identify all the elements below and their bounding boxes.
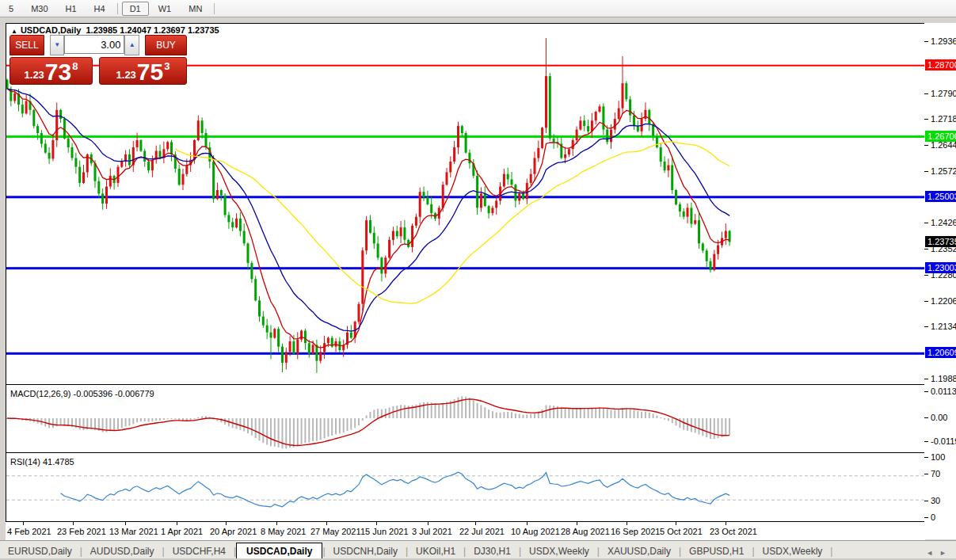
rsi-label: RSI(14) 41.4785	[10, 457, 74, 467]
macd-label: MACD(12,26,9) -0.005396 -0.006779	[10, 389, 154, 398]
chart-tab-usdx-weekly[interactable]: USDX,Weekly	[521, 543, 597, 559]
chart-tab-usdchf-h4[interactable]: USDCHF,H4	[165, 543, 234, 559]
axis-tick-mark	[924, 379, 928, 379]
price-tick-label: 1.29360	[931, 36, 956, 46]
symbol-name: USDCAD,Daily	[21, 25, 81, 35]
date-label: 10 Aug 2021	[511, 527, 560, 536]
date-tick-mark	[326, 522, 327, 525]
date-tick-mark	[376, 522, 377, 525]
date-label: 16 Sep 2021	[611, 527, 660, 536]
date-tick-mark	[428, 522, 428, 525]
date-label: 3 Jul 2021	[412, 527, 452, 536]
price-tick-label: 1.25720	[931, 166, 956, 176]
level-price-badge: 1.26700	[925, 131, 956, 142]
sell-price-main: 73	[45, 61, 71, 83]
chart-tab-ukoil-h1[interactable]: UKOil,H1	[408, 543, 463, 559]
price-tick-label: 1.19880	[931, 374, 956, 383]
price-tick-label: 1.26440	[931, 140, 956, 150]
indicator-tick-label: 30	[931, 496, 940, 505]
chart-tab-audusd-daily[interactable]: AUDUSD,Daily	[82, 543, 162, 559]
price-tick-label: 1.22060	[931, 296, 956, 306]
chart-tab-dj30-h1[interactable]: DJ30,H1	[466, 543, 519, 559]
level-price-badge: 1.20609	[925, 347, 956, 358]
date-tick-mark	[73, 522, 74, 525]
timeframe-button-h4[interactable]: H4	[86, 2, 113, 16]
timeframe-button-w1[interactable]: W1	[150, 2, 180, 16]
indicator-tick-label: 0.01135	[931, 387, 956, 396]
tab-scroll-arrows: ◄►	[926, 549, 953, 557]
tab-scroll-left-icon[interactable]: ◄	[926, 549, 939, 557]
date-tick-mark	[125, 522, 126, 525]
chart-tab-eurusd-daily[interactable]: EURUSD,Daily	[0, 543, 80, 559]
date-label: 8 May 2021	[261, 527, 306, 536]
date-tick-mark	[577, 522, 577, 525]
date-label: 4 Feb 2021	[7, 527, 51, 536]
date-label: 22 Jul 2021	[459, 527, 505, 536]
date-label: 20 Apr 2021	[210, 527, 257, 536]
tab-separator: |	[830, 546, 832, 557]
toolbar-separator	[214, 3, 215, 14]
indicator-tick-label: 100	[931, 452, 945, 462]
price-tick-label: 1.21340	[931, 322, 956, 331]
axis-tick-mark	[924, 93, 928, 94]
volume-input[interactable]	[64, 35, 124, 54]
date-tick-mark	[726, 522, 726, 525]
chart-tab-usdcnh-daily[interactable]: USDCNH,Daily	[326, 543, 406, 559]
axis-tick-mark	[924, 417, 928, 418]
date-label: 15 Jun 2021	[360, 527, 409, 536]
buy-button[interactable]: BUY	[145, 35, 187, 55]
sell-button[interactable]: SELL	[10, 35, 44, 55]
date-tick-mark	[276, 522, 277, 525]
buy-price-display[interactable]: 1.23 75 3	[99, 57, 187, 85]
level-price-badge: 1.23003	[925, 262, 956, 273]
date-label: 23 Feb 2021	[57, 527, 106, 536]
chart-tab-gbpusd-h1[interactable]: GBPUSD,H1	[681, 543, 752, 559]
axis-tick-mark	[924, 517, 928, 518]
sell-price-prefix: 1.23	[25, 69, 44, 81]
timeframe-button-mn[interactable]: MN	[181, 2, 210, 16]
timeframe-button-h1[interactable]: H1	[58, 2, 85, 16]
axis-tick-mark	[924, 501, 928, 501]
date-label: 23 Oct 2021	[710, 527, 757, 536]
timeframe-toolbar: 5M30H1H4D1W1MN	[0, 0, 956, 17]
volume-increase-button[interactable]: ▲	[124, 35, 139, 55]
axis-tick-mark	[924, 391, 928, 392]
trading-app-window: 5M30H1H4D1W1MN ▲USDCAD,Daily 1.23985 1.2…	[0, 0, 956, 560]
indicator-tick-label: 0.00	[931, 413, 947, 422]
timeframe-button-5[interactable]: 5	[1, 2, 21, 16]
axis-tick-mark	[924, 119, 928, 120]
timeframe-button-m30[interactable]: M30	[23, 2, 55, 16]
chart-tab-usdx-weekly[interactable]: USDX,Weekly	[755, 543, 831, 559]
date-label: 27 May 2021	[310, 527, 361, 536]
collapse-icon[interactable]: ▲	[11, 28, 17, 35]
date-label: 13 Mar 2021	[109, 527, 158, 536]
level-price-badge: 1.25003	[925, 191, 956, 202]
chart-window: ▲USDCAD,Daily 1.23985 1.24047 1.23697 1.…	[6, 23, 925, 540]
volume-decrease-button[interactable]: ▼	[50, 35, 64, 55]
date-tick-mark	[23, 522, 24, 525]
axis-tick-mark	[924, 275, 928, 276]
axis-tick-mark	[924, 457, 928, 458]
timeframe-button-d1[interactable]: D1	[122, 2, 149, 16]
price-axis[interactable]: 1.293601.279001.271801.264401.257201.242…	[924, 23, 956, 539]
axis-tick-mark	[924, 301, 928, 302]
sell-price-pip: 8	[72, 60, 78, 72]
price-tick-label: 1.24260	[931, 218, 956, 227]
rsi-canvas[interactable]	[6, 455, 924, 522]
axis-tick-mark	[924, 441, 928, 442]
date-tick-mark	[475, 522, 476, 525]
buy-price-main: 75	[137, 61, 163, 83]
ohlc-values: 1.23985 1.24047 1.23697 1.23735	[86, 25, 219, 35]
tab-scroll-right-icon[interactable]: ►	[939, 549, 953, 557]
chart-tab-bar: EURUSD,Daily|AUDUSD,Daily|USDCHF,H4|USDC…	[0, 540, 956, 559]
indicator-tick-label: 70	[931, 469, 940, 478]
axis-tick-mark	[924, 41, 928, 42]
chart-tab-xauusd-daily[interactable]: XAUUSD,Daily	[600, 543, 679, 559]
chart-tab-usdcad-daily[interactable]: USDCAD,Daily	[236, 543, 322, 559]
axis-tick-mark	[924, 145, 928, 146]
sell-price-display[interactable]: 1.23 73 8	[10, 57, 93, 85]
axis-tick-mark	[924, 223, 928, 223]
indicator-tick-label: 0	[931, 512, 935, 522]
axis-tick-mark	[924, 326, 928, 327]
date-axis[interactable]: 4 Feb 202123 Feb 202113 Mar 20211 Apr 20…	[6, 521, 924, 540]
